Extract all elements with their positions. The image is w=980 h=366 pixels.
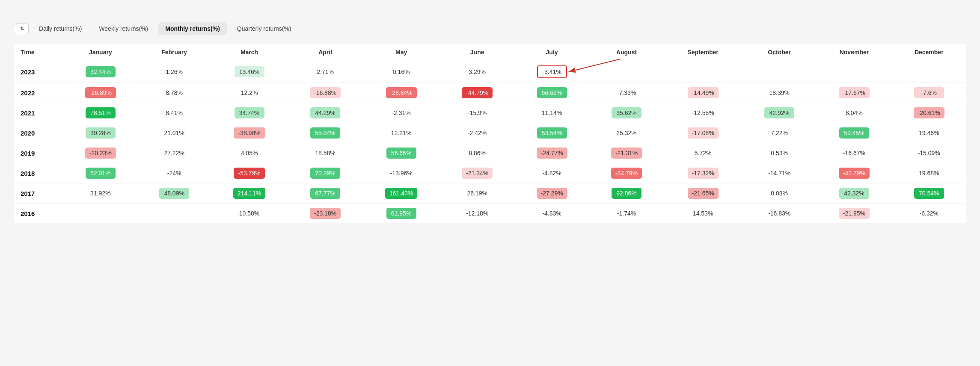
data-cell: -2.31% [362,103,440,123]
table-row: 2019-20.23%27.22%4.05%18.58%56.65%8.86%-… [14,143,966,163]
data-cell: -4.83% [514,204,589,224]
data-cell: -17.67% [817,83,891,103]
cell-value: 53.54% [537,127,567,139]
cell-value: 161.43% [385,188,417,199]
year-cell: 2016 [14,204,63,224]
data-cell: 25.32% [589,123,664,143]
tab-monthly-returns---[interactable]: Monthly returns(%) [158,22,227,35]
cell-value: -17.08% [688,127,719,139]
data-cell: 39.28% [63,123,138,143]
cell-value: 59.45% [839,127,869,139]
data-cell: 19.46% [891,123,966,143]
cell-value: 7.22% [764,127,794,139]
data-cell: 21.01% [138,123,211,143]
data-cell: 161.43% [362,183,440,204]
cell-value: -13.96% [386,168,417,179]
table-row: 2022-26.89%8.78%12.2%-16.88%-28.84%-44.7… [14,83,966,103]
data-cell: 18.39% [742,83,817,103]
data-cell: -14.49% [664,83,742,103]
data-cell: 35.62% [589,103,664,123]
data-cell: 92.86% [589,183,664,204]
cell-value: 21.01% [159,127,189,139]
cell-value: -38.98% [234,127,264,139]
data-cell: 61.95% [362,204,440,224]
cell-value: -17.32% [688,168,719,179]
cell-value: -20.23% [85,148,116,159]
data-cell: -15.09% [891,143,966,163]
tab-daily-returns---[interactable]: Daily returns(%) [32,22,89,35]
col-header-time: Time [14,44,63,61]
cell-value: -16.88% [310,87,341,98]
data-cell: 7.22% [742,123,817,143]
tab-weekly-returns---[interactable]: Weekly returns(%) [92,22,155,35]
data-cell: -21.95% [817,204,891,224]
year-cell: 2023 [14,61,63,83]
year-cell: 2019 [14,143,63,163]
cell-value: 56.65% [386,148,416,159]
data-cell [742,61,817,83]
cell-value: 61.95% [386,208,416,219]
cell-value: 19.68% [914,168,944,179]
cell-value: 67.77% [310,188,340,199]
cell-value: -20.61% [914,107,944,118]
data-cell: 70.29% [288,163,362,183]
data-cell: -2.42% [440,123,514,143]
data-cell: -16.83% [742,204,817,224]
cell-value: 2.71% [310,66,340,77]
data-cell: 19.68% [891,163,966,183]
cell-value: -15.9% [462,107,492,118]
cell-value: -14.49% [688,87,719,98]
data-cell: -13.96% [362,163,440,183]
cell-value: 39.28% [86,127,116,139]
cell-value: -21.95% [839,208,870,219]
data-cell: -21.65% [664,183,742,204]
data-cell: -20.61% [891,103,966,123]
data-cell: 0.08% [742,183,817,204]
year-cell: 2017 [14,183,63,204]
cell-value: 0.16% [386,66,416,77]
data-cell: 42.92% [742,103,817,123]
data-cell: -17.32% [664,163,742,183]
cell-value: -12.55% [688,107,719,118]
data-cell: -6.32% [891,204,966,224]
data-cell: 8.78% [138,83,211,103]
returns-table-wrapper: TimeJanuaryFebruaryMarchAprilMayJuneJuly… [14,44,966,223]
data-cell: -42.79% [817,163,891,183]
col-header-november: November [817,44,891,61]
cell-value: 48.09% [159,188,189,199]
data-cell: -21.31% [589,143,664,163]
data-cell: 34.74% [211,103,288,123]
tab-quarterly-returns---[interactable]: Quarterly returns(%) [230,22,298,35]
data-cell: 48.09% [138,183,211,204]
year-cell: 2020 [14,123,63,143]
data-cell: 13.46% [211,61,288,83]
data-cell: -20.23% [63,143,138,163]
data-cell: -53.79% [211,163,288,183]
cell-value: -7.33% [612,87,641,98]
table-row: 201852.01%-24%-53.79%70.29%-13.96%-21.34… [14,163,966,183]
data-cell: 3.29% [440,61,514,83]
cell-value: 8.41% [159,107,189,118]
data-cell: 53.54% [514,123,589,143]
data-cell: 0.53% [742,143,817,163]
cell-value: 14.53% [688,208,718,219]
data-cell [664,61,742,83]
table-row: 202178.51%8.41%34.74%44.29%-2.31%-15.9%1… [14,103,966,123]
cell-value: -16.83% [764,208,795,219]
data-cell: 12.21% [362,123,440,143]
ticker-button[interactable]: ⇅ [14,24,29,34]
col-header-february: February [138,44,211,61]
data-cell: -38.98% [211,123,288,143]
data-cell: 11.14% [514,103,589,123]
cell-value: 3.29% [462,66,492,77]
cell-value: -4.83% [537,208,567,219]
cell-value: -6.32% [914,208,944,219]
cell-value: -17.67% [839,87,870,98]
data-cell [138,204,211,224]
data-cell: -27.29% [514,183,589,204]
cell-value: 78.51% [86,107,116,118]
data-cell: -7.6% [891,83,966,103]
cell-value: -14.71% [764,168,795,179]
cell-value: 0.08% [764,188,794,199]
col-header-august: August [589,44,664,61]
